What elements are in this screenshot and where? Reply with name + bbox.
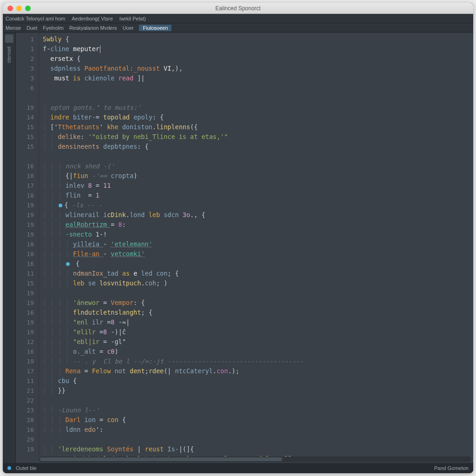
code-line[interactable]: │ │ │ inlev 8 = 11 xyxy=(43,181,469,191)
code-line[interactable]: │ │ { -ls -- - xyxy=(43,200,469,210)
tabbar-files: Conatck Telonycl aml homAedenbong( Vtsre… xyxy=(3,14,473,23)
editor-body: cternset 1123361914151515161017181919191… xyxy=(3,33,473,463)
horizontal-scrollbar[interactable] xyxy=(39,456,471,462)
code-line[interactable]: │ ['Tthetatunts' khe doniston.linplenns(… xyxy=(43,122,469,132)
status-left-text: Outet ble xyxy=(16,465,37,471)
code-line[interactable]: │ │ │ {|fiun -'== cropta) xyxy=(43,171,469,181)
window-title: Ealinced Sponorct xyxy=(3,5,473,12)
code-line[interactable]: │ │ }} xyxy=(43,386,469,396)
code-line[interactable]: │ │ │ │ flndutcletnslanght; { xyxy=(43,308,469,317)
code-line[interactable]: │ │ │ │ leb se losvnitpuch.coh; ) xyxy=(43,278,469,288)
status-right-text[interactable]: Pand Gometon xyxy=(434,465,469,471)
zoom-icon[interactable] xyxy=(25,6,31,11)
code-line[interactable]: │ │ │ wlinerail icDink.lond leb sdcn 3o.… xyxy=(43,210,469,220)
gutter-line: 15 xyxy=(18,122,34,132)
gutter-line: 12 xyxy=(18,337,34,347)
gutter-line: 16 xyxy=(18,308,34,317)
menu-tab-4[interactable]: Uoer xyxy=(123,25,134,31)
menu-tab-0[interactable]: Mense xyxy=(6,25,21,31)
code-line[interactable]: │ │ │ nnck shed -(' xyxy=(43,161,469,171)
code-line[interactable]: ersetx { xyxy=(43,54,469,64)
gutter-line: 1 xyxy=(18,34,34,44)
code-lines[interactable]: Swbly {f-cline meputer ersetx { sdpnless… xyxy=(39,33,473,456)
gutter-line: 19 xyxy=(18,357,34,366)
gutter-line: 11 xyxy=(18,376,34,386)
code-line[interactable]: │ │ │ │ -- . y Cl be l --/=:-jt --------… xyxy=(43,357,469,366)
sidebar-label: cternset xyxy=(7,46,12,63)
file-tab-0[interactable]: Conatck Telonycl aml hom xyxy=(6,16,65,21)
code-line[interactable]: │ │ │ │ Flle-an - vetcomki' xyxy=(43,249,469,259)
sidebar-tool-icon[interactable] xyxy=(5,34,13,43)
code-line[interactable]: │ │ │ │ "ebl|ir = -gl" xyxy=(43,337,469,347)
code-line[interactable]: │ indre biter-= topolad epoly: { xyxy=(43,112,469,122)
gutter-line: 17 xyxy=(18,181,34,191)
code-line[interactable]: │ │ │ │ o._alt = ϲθ) xyxy=(43,347,469,357)
gutter-line: 18 xyxy=(18,239,34,249)
menu-tab-1[interactable]: Duet xyxy=(26,25,37,31)
code-line[interactable]: │ epton gonts." to musts:' xyxy=(43,103,469,112)
menu-tab-3[interactable]: Reskyalanon Mvders xyxy=(69,25,117,31)
gutter-line: 19 xyxy=(18,298,34,308)
breakpoint-icon[interactable] xyxy=(66,262,70,266)
code-line[interactable]: sdpnless Paootfanotal:_nousst VI,), xyxy=(43,64,469,73)
code-line[interactable]: │ │ │ │ 'ánewor = Vempor: { xyxy=(43,298,469,308)
line-gutter: 1123361914151515161017181919191918181611… xyxy=(16,33,39,456)
code-line[interactable]: │ │ │ ldnn edo': xyxy=(43,425,469,435)
code-line[interactable]: │ │ 'leredeneoms Soyntés | reust Is-|(]{ xyxy=(43,444,469,454)
breakpoint-icon[interactable] xyxy=(58,203,63,208)
gutter-line: 3 xyxy=(18,64,34,73)
code-line[interactable]: │ │ │ │ yilleia - 'etelemann' xyxy=(43,239,469,249)
code-line[interactable] xyxy=(43,93,469,103)
gutter-line: 19 xyxy=(18,210,34,220)
gutter-line: 3 xyxy=(18,73,34,83)
gutter-line: 23 xyxy=(18,405,34,415)
gutter-line: 15 xyxy=(18,132,34,142)
gutter-line: 1 xyxy=(18,44,34,54)
gutter-line: 19 xyxy=(18,327,34,337)
gutter-line: 15 xyxy=(18,278,34,288)
menu-tab-2[interactable]: Fyelnolm xyxy=(43,25,64,31)
gutter-line: 21 xyxy=(18,386,34,396)
scrollbar-thumb[interactable] xyxy=(40,457,282,461)
code-line[interactable]: │ │ densineents depbtpnes: { xyxy=(43,142,469,152)
code-line[interactable] xyxy=(43,288,469,298)
gutter-line: 19 xyxy=(18,220,34,230)
close-icon[interactable] xyxy=(7,6,13,11)
file-tab-2[interactable]: Iwrkil Pelat) xyxy=(119,16,146,21)
code-editor: 1123361914151515161017181919191918181611… xyxy=(16,33,473,463)
code-line[interactable]: │ │ │ │ "elilr =8 -)|ĉ xyxy=(43,327,469,337)
code-line[interactable]: │ │ │ ealRobrtizm = 8: xyxy=(43,220,469,230)
gutter-line: 2 xyxy=(18,54,34,64)
code-area[interactable]: 1123361914151515161017181919191918181611… xyxy=(16,33,473,456)
menu-tab-5[interactable]: Fiulosoeen xyxy=(139,25,172,31)
gutter-line: 16 xyxy=(18,347,34,357)
status-dot-icon xyxy=(7,466,11,470)
code-line[interactable]: │ │ │ flin = 1 xyxy=(43,191,469,200)
code-line[interactable]: │ │ │ Rena = Felow not dent;rdee(| ntcCa… xyxy=(43,366,469,376)
code-line[interactable]: │ │ delike: '"oisted by nebi_Tlince is a… xyxy=(43,132,469,142)
code-line[interactable]: │ │ │ │ "enl ilr =8 -≈| xyxy=(43,317,469,327)
code-line[interactable] xyxy=(43,152,469,161)
code-line[interactable]: │ │ -Lounn l--' xyxy=(43,405,469,415)
code-line[interactable]: │ │ │ Darl ion = con { xyxy=(43,415,469,425)
gutter-line: 15 xyxy=(18,142,34,152)
gutter-line: 17 xyxy=(18,366,34,376)
code-line[interactable] xyxy=(43,435,469,444)
gutter-line: 19 xyxy=(18,317,34,327)
code-line[interactable]: │ │ cbu { xyxy=(43,376,469,386)
code-line[interactable]: │ │ │ { xyxy=(43,259,469,269)
code-line[interactable]: Swbly { xyxy=(43,34,469,44)
gutter-line: 19 xyxy=(18,103,34,112)
text-cursor xyxy=(100,46,100,53)
gutter-line: 18 xyxy=(18,191,34,200)
code-line[interactable]: f-cline meputer xyxy=(43,44,469,54)
code-line[interactable] xyxy=(43,83,469,93)
gutter-line: 19 xyxy=(18,200,34,210)
gutter-line: 10 xyxy=(18,171,34,181)
code-line[interactable]: must is ckienole read ]| xyxy=(43,73,469,83)
code-line[interactable]: │ │ │ │ ndmanIox_tad as e led con; { xyxy=(43,269,469,278)
file-tab-1[interactable]: Aedenbong( Vtsre xyxy=(72,16,113,21)
code-line[interactable] xyxy=(43,396,469,405)
minimize-icon[interactable] xyxy=(16,6,22,11)
code-line[interactable]: │ │ │ -snecto 1-! xyxy=(43,230,469,239)
